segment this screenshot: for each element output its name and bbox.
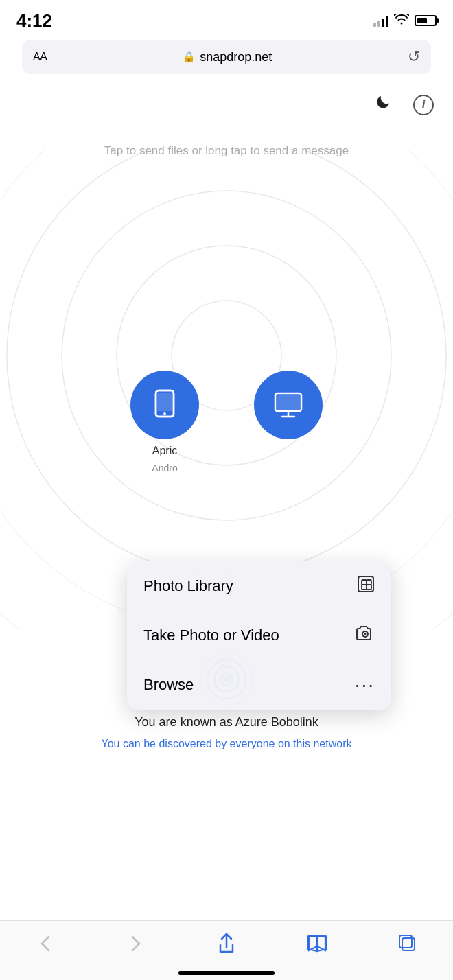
browse-ellipsis-icon: ··· [355, 674, 375, 696]
menu-photo-library[interactable]: Photo Library [127, 561, 391, 611]
svg-rect-19 [362, 585, 367, 590]
menu-photo-library-label: Photo Library [143, 577, 233, 595]
device-mobile[interactable]: Apric Andro [130, 371, 199, 474]
share-icon [218, 933, 235, 959]
top-icon-bar: i [0, 81, 453, 124]
svg-rect-28 [402, 938, 415, 950]
nav-back-button[interactable] [25, 931, 66, 961]
nav-forward-button[interactable] [115, 931, 156, 961]
dark-mode-button[interactable] [371, 92, 397, 118]
home-indicator [178, 971, 275, 975]
battery-icon [415, 15, 437, 26]
menu-browse[interactable]: Browse ··· [127, 660, 391, 710]
camera-icon [356, 625, 375, 646]
hint-text: Tap to send files or long tap to send a … [0, 124, 453, 178]
signal-icon [373, 14, 388, 27]
back-icon [39, 934, 51, 958]
svg-point-11 [164, 413, 166, 415]
moon-icon [375, 94, 393, 116]
info-button[interactable]: i [410, 92, 437, 118]
svg-rect-18 [367, 580, 371, 585]
menu-take-photo-label: Take Photo or Video [143, 627, 279, 644]
tabs-icon [398, 934, 417, 958]
svg-rect-15 [277, 395, 300, 410]
browser-bar-wrapper: AA 🔒 snapdrop.net ↺ [0, 37, 453, 81]
nav-tabs-button[interactable] [387, 931, 428, 961]
mobile-device-icon [148, 388, 182, 422]
svg-rect-17 [362, 580, 367, 585]
device-mobile-label: Apric [152, 445, 177, 457]
svg-rect-9 [157, 393, 172, 411]
device-mobile-sublabel: Andro [152, 463, 177, 474]
svg-rect-29 [399, 935, 412, 948]
url-bar[interactable]: 🔒 snapdrop.net [55, 50, 399, 65]
nav-share-button[interactable] [206, 931, 247, 961]
svg-point-22 [364, 633, 367, 635]
photo-library-icon [357, 575, 375, 597]
refresh-icon[interactable]: ↺ [408, 48, 420, 66]
identity-subtext: You can be discovered by everyone on thi… [102, 738, 352, 750]
bookmarks-icon [306, 934, 328, 958]
status-icons [373, 14, 437, 28]
menu-browse-label: Browse [143, 676, 194, 694]
status-bar: 4:12 [0, 0, 453, 37]
info-icon: i [413, 95, 434, 115]
nav-bookmarks-button[interactable] [297, 931, 338, 961]
page-content: i Tap to send files or long tap to send … [0, 81, 453, 905]
svg-rect-20 [367, 585, 371, 590]
device-desktop-circle[interactable] [254, 371, 323, 439]
status-time: 4:12 [16, 10, 52, 32]
device-desktop[interactable] [254, 371, 323, 439]
devices-area: Apric Andro [0, 178, 453, 487]
menu-take-photo[interactable]: Take Photo or Video [127, 611, 391, 660]
context-menu: Photo Library Take Photo or Video [127, 561, 391, 710]
device-mobile-circle[interactable] [130, 371, 199, 439]
lock-icon: 🔒 [183, 51, 196, 63]
wifi-icon [394, 14, 409, 28]
desktop-device-icon [270, 386, 307, 423]
identity-name: You are known as Azure Bobolink [135, 715, 318, 730]
forward-icon [130, 934, 142, 958]
browser-bar[interactable]: AA 🔒 snapdrop.net ↺ [22, 40, 431, 74]
font-size-control[interactable]: AA [33, 51, 47, 63]
